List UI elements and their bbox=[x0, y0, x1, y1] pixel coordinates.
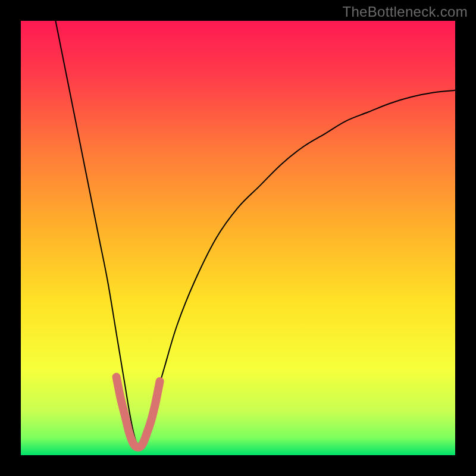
watermark-text: TheBottleneck.com bbox=[342, 4, 468, 20]
chart-frame: TheBottleneck.com bbox=[0, 0, 476, 476]
gradient-background bbox=[21, 21, 455, 455]
plot-area bbox=[21, 21, 455, 455]
chart-svg bbox=[21, 21, 455, 455]
